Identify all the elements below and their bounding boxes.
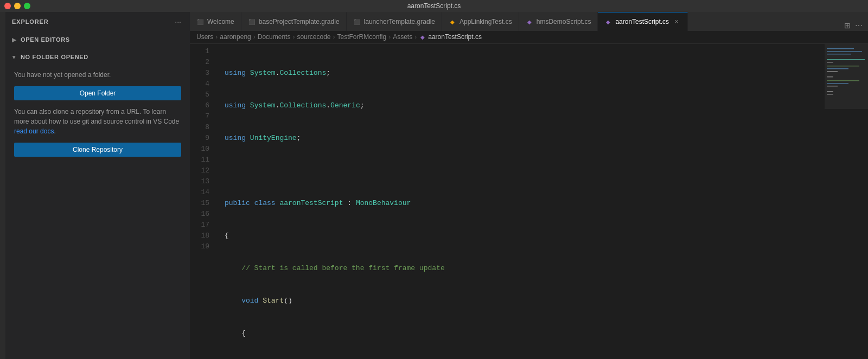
line-num-5: 5 bbox=[190, 89, 216, 100]
close-button[interactable] bbox=[4, 3, 11, 9]
tab-base-project[interactable]: ⬛ baseProjectTemplate.gradle bbox=[241, 12, 347, 31]
minimap bbox=[825, 44, 868, 360]
open-folder-button[interactable]: Open Folder bbox=[14, 86, 181, 100]
open-editors-label: OPEN EDITORS bbox=[21, 36, 70, 43]
breadcrumb-documents[interactable]: Documents bbox=[258, 33, 291, 41]
tab-aaron-test-label: aaronTestScript.cs bbox=[615, 18, 669, 25]
cs-icon: ◆ bbox=[526, 18, 533, 25]
sidebar: EXPLORER ··· ▶ OPEN EDITORS ▼ NO FOLDER … bbox=[5, 12, 190, 359]
applink-icon: ◆ bbox=[449, 18, 456, 25]
line-num-6: 6 bbox=[190, 100, 216, 111]
app-container: EXPLORER ··· ▶ OPEN EDITORS ▼ NO FOLDER … bbox=[0, 12, 868, 359]
clone-text-part1: You can also clone a repository from a U… bbox=[14, 108, 179, 125]
maximize-button[interactable] bbox=[24, 3, 30, 9]
more-actions-button[interactable]: ··· bbox=[173, 16, 183, 27]
chevron-down-icon: ▼ bbox=[10, 53, 18, 61]
tabs-bar: ⬛ Welcome ⬛ baseProjectTemplate.gradle ⬛… bbox=[190, 12, 868, 31]
code-line-7: // Start is called before the first fram… bbox=[225, 263, 825, 274]
breadcrumb-users[interactable]: Users bbox=[196, 33, 213, 41]
tabs-right-actions: ⊞ ⋯ bbox=[839, 20, 868, 31]
gradle-icon: ⬛ bbox=[248, 18, 256, 25]
sidebar-title: EXPLORER bbox=[12, 18, 49, 25]
tab-close-button[interactable]: × bbox=[672, 17, 681, 26]
breadcrumb-sep-6: › bbox=[414, 33, 417, 41]
clone-info-text: You can also clone a repository from a U… bbox=[14, 107, 181, 136]
tab-hms-demo[interactable]: ◆ hmsDemoScript.cs bbox=[519, 12, 598, 31]
breadcrumb-sep-2: › bbox=[253, 33, 256, 41]
code-line-1: using System.Collections; bbox=[225, 68, 825, 79]
line-num-19: 19 bbox=[190, 241, 216, 252]
line-num-1: 1 bbox=[190, 46, 216, 57]
cs-icon-breadcrumb: ◆ bbox=[419, 34, 426, 41]
breadcrumb-sep-1: › bbox=[215, 33, 218, 41]
minimap-svg bbox=[825, 44, 868, 207]
no-folder-content: You have not yet opened a folder. Open F… bbox=[5, 63, 190, 163]
window-title: aaronTestScript.cs bbox=[407, 2, 461, 10]
minimize-button[interactable] bbox=[14, 3, 21, 9]
clone-text-period: . bbox=[54, 127, 55, 135]
no-folder-header[interactable]: ▼ NO FOLDER OPENED bbox=[5, 50, 190, 63]
breadcrumb-sep-3: › bbox=[292, 33, 295, 41]
line-num-4: 4 bbox=[190, 79, 216, 89]
tab-aaron-test[interactable]: ◆ aaronTestScript.cs × bbox=[598, 12, 688, 31]
line-num-3: 3 bbox=[190, 68, 216, 79]
tab-welcome[interactable]: ⬛ Welcome bbox=[190, 12, 241, 31]
line-num-9: 9 bbox=[190, 133, 216, 144]
breadcrumb-testformrconfig[interactable]: TestForRMconfig bbox=[337, 33, 386, 41]
clone-repository-button[interactable]: Clone Repository bbox=[14, 143, 181, 157]
line-num-13: 13 bbox=[190, 176, 216, 187]
tab-welcome-label: Welcome bbox=[207, 18, 234, 25]
line-num-15: 15 bbox=[190, 198, 216, 209]
cs-icon-active: ◆ bbox=[604, 18, 612, 25]
no-folder-section: ▼ NO FOLDER OPENED You have not yet open… bbox=[5, 48, 190, 165]
activity-bar bbox=[0, 12, 5, 359]
line-numbers: 1 2 3 4 5 6 7 8 9 10 11 12 13 14 15 16 1 bbox=[190, 44, 216, 360]
more-options-button[interactable]: ⋯ bbox=[854, 20, 864, 31]
line-num-2: 2 bbox=[190, 57, 216, 68]
line-num-11: 11 bbox=[190, 155, 216, 165]
tab-app-linking-label: AppLinkingTest.cs bbox=[459, 18, 512, 25]
split-editor-button[interactable]: ⊞ bbox=[843, 20, 852, 31]
code-line-4 bbox=[225, 165, 825, 176]
editor-area: ⬛ Welcome ⬛ baseProjectTemplate.gradle ⬛… bbox=[190, 12, 868, 359]
line-num-8: 8 bbox=[190, 122, 216, 133]
breadcrumb-file[interactable]: ◆aaronTestScript.cs bbox=[419, 33, 482, 41]
line-num-14: 14 bbox=[190, 187, 216, 198]
line-num-16: 16 bbox=[190, 209, 216, 220]
tab-base-project-label: baseProjectTemplate.gradle bbox=[259, 18, 340, 25]
sidebar-header: EXPLORER ··· bbox=[5, 12, 190, 31]
svg-rect-14 bbox=[825, 44, 868, 109]
line-num-12: 12 bbox=[190, 165, 216, 176]
code-line-6: { bbox=[225, 230, 825, 241]
no-folder-label: NO FOLDER OPENED bbox=[21, 54, 88, 60]
title-bar: aaronTestScript.cs bbox=[0, 0, 868, 12]
read-docs-link[interactable]: read our docs bbox=[14, 127, 54, 135]
chevron-right-icon: ▶ bbox=[10, 35, 18, 44]
gradle-icon-2: ⬛ bbox=[353, 18, 361, 25]
open-editors-section: ▶ OPEN EDITORS bbox=[5, 31, 190, 48]
tab-app-linking[interactable]: ◆ AppLinkingTest.cs bbox=[442, 12, 519, 31]
code-content[interactable]: using System.Collections; using System.C… bbox=[216, 44, 825, 360]
breadcrumb-assets[interactable]: Assets bbox=[393, 33, 412, 41]
breadcrumb: Users › aaronpeng › Documents › sourceco… bbox=[190, 31, 868, 44]
code-line-8: void Start() bbox=[225, 296, 825, 306]
code-line-5: public class aaronTestScript : MonoBehav… bbox=[225, 198, 825, 209]
tab-launcher-template[interactable]: ⬛ launcherTemplate.gradle bbox=[347, 12, 442, 31]
tab-launcher-template-label: launcherTemplate.gradle bbox=[364, 18, 435, 25]
sidebar-actions: ··· bbox=[173, 16, 183, 27]
code-line-3: using UnityEngine; bbox=[225, 133, 825, 144]
code-editor[interactable]: 1 2 3 4 5 6 7 8 9 10 11 12 13 14 15 16 1 bbox=[190, 44, 825, 360]
vscode-icon: ⬛ bbox=[196, 18, 204, 25]
code-line-2: using System.Collections.Generic; bbox=[225, 100, 825, 111]
line-num-17: 17 bbox=[190, 220, 216, 230]
breadcrumb-aaronpeng[interactable]: aaronpeng bbox=[220, 33, 251, 41]
breadcrumb-sourcecode[interactable]: sourcecode bbox=[297, 33, 330, 41]
breadcrumb-sep-5: › bbox=[388, 33, 391, 41]
no-folder-info: You have not yet opened a folder. bbox=[14, 70, 181, 80]
line-num-18: 18 bbox=[190, 230, 216, 241]
open-editors-header[interactable]: ▶ OPEN EDITORS bbox=[5, 33, 190, 46]
breadcrumb-sep-4: › bbox=[333, 33, 335, 41]
line-num-7: 7 bbox=[190, 111, 216, 122]
traffic-lights bbox=[4, 3, 30, 9]
line-num-10: 10 bbox=[190, 144, 216, 155]
